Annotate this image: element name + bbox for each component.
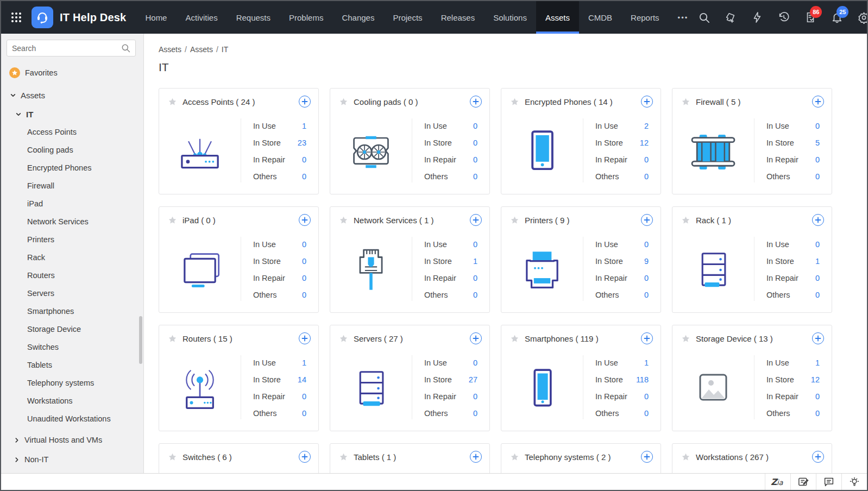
nav-item-solutions[interactable]: Solutions — [484, 1, 536, 34]
sidebar-item-servers[interactable]: Servers — [1, 285, 143, 303]
sidebar-item-switches[interactable]: Switches — [1, 338, 143, 356]
asset-card-title[interactable]: Encrypted Phones ( 14 ) — [525, 97, 613, 106]
asset-card-title[interactable]: Smartphones ( 119 ) — [525, 334, 599, 343]
stat-value[interactable]: 1 — [302, 358, 306, 367]
stat-value[interactable]: 12 — [811, 375, 820, 384]
favorite-star-icon[interactable] — [681, 452, 690, 462]
stat-value[interactable]: 0 — [815, 172, 820, 181]
stat-value[interactable]: 0 — [302, 172, 306, 181]
search-input[interactable] — [12, 44, 121, 53]
stat-value[interactable]: 0 — [302, 291, 306, 299]
asset-card-title[interactable]: Switches ( 6 ) — [183, 452, 232, 462]
asset-card-title[interactable]: Tablets ( 1 ) — [354, 452, 396, 462]
stat-value[interactable]: 0 — [473, 409, 477, 418]
sidebar-item-unaudited-workstations[interactable]: Unaudited Workstations — [1, 410, 143, 428]
stat-value[interactable]: 1 — [815, 358, 820, 367]
stat-value[interactable]: 0 — [473, 122, 477, 130]
sidebar-item-printers[interactable]: Printers — [1, 231, 143, 249]
add-asset-button[interactable] — [641, 214, 653, 226]
nav-item-changes[interactable]: Changes — [332, 1, 383, 34]
favorite-star-icon[interactable] — [168, 216, 177, 225]
favorite-star-icon[interactable] — [339, 97, 348, 106]
stat-value[interactable]: 0 — [302, 274, 306, 282]
stat-value[interactable]: 23 — [298, 139, 306, 147]
stat-value[interactable]: 0 — [815, 274, 820, 282]
add-asset-button[interactable] — [641, 451, 653, 463]
stat-value[interactable]: 0 — [815, 392, 820, 401]
stat-value[interactable]: 0 — [815, 122, 820, 130]
add-asset-button[interactable] — [470, 332, 482, 344]
nav-item-releases[interactable]: Releases — [432, 1, 485, 34]
idea-icon[interactable] — [841, 474, 867, 490]
favorite-star-icon[interactable] — [339, 452, 348, 462]
stat-value[interactable]: 0 — [644, 155, 649, 164]
favorite-star-icon[interactable] — [510, 97, 519, 106]
add-asset-button[interactable] — [470, 96, 482, 108]
breadcrumb-assets-1[interactable]: Assets — [190, 45, 213, 54]
stat-value[interactable]: 1 — [473, 257, 477, 266]
stat-value[interactable]: 0 — [644, 291, 649, 299]
asset-card-title[interactable]: Rack ( 1 ) — [696, 216, 731, 225]
stat-value[interactable]: 5 — [815, 139, 820, 147]
zia-icon[interactable]: Zia — [765, 474, 790, 490]
stat-value[interactable]: 0 — [815, 155, 820, 164]
feedback-icon[interactable] — [790, 474, 816, 490]
stat-value[interactable]: 0 — [644, 274, 649, 282]
stat-value[interactable]: 0 — [644, 409, 649, 418]
asset-card-title[interactable]: iPad ( 0 ) — [183, 216, 216, 225]
notifications-icon[interactable]: 25 — [831, 11, 844, 24]
asset-card-title[interactable]: Firewall ( 5 ) — [696, 97, 741, 106]
stat-value[interactable]: 12 — [640, 139, 649, 147]
stat-value[interactable]: 118 — [636, 375, 649, 384]
sidebar-item-ipad[interactable]: iPad — [1, 195, 143, 213]
sidebar-item-tablets[interactable]: Tablets — [1, 356, 143, 374]
add-asset-button[interactable] — [299, 96, 311, 108]
nav-item-projects[interactable]: Projects — [383, 1, 431, 34]
sidebar-item-routers[interactable]: Routers — [1, 267, 143, 285]
settings-icon[interactable] — [857, 11, 868, 24]
sidebar-item-cooling-pads[interactable]: Cooling pads — [1, 141, 143, 159]
sidebar-item-firewall[interactable]: Firewall — [1, 177, 143, 195]
sidebar-item-network-services[interactable]: Network Services — [1, 213, 143, 231]
app-switcher-icon[interactable] — [1, 11, 32, 23]
stat-value[interactable]: 1 — [644, 358, 649, 367]
sidebar-item-workstations[interactable]: Workstations — [1, 392, 143, 410]
sidebar-item-assets-root[interactable]: Assets — [1, 84, 143, 103]
stat-value[interactable]: 2 — [644, 122, 649, 130]
sidebar-item-storage-device[interactable]: Storage Device — [1, 320, 143, 338]
favorite-star-icon[interactable] — [681, 334, 690, 343]
nav-more-icon[interactable]: ••• — [669, 1, 698, 34]
favorite-star-icon[interactable] — [168, 452, 177, 462]
nav-item-reports[interactable]: Reports — [621, 1, 669, 34]
favorite-star-icon[interactable] — [339, 334, 348, 343]
add-asset-button[interactable] — [641, 96, 653, 108]
stat-value[interactable]: 0 — [815, 409, 820, 418]
stat-value[interactable]: 0 — [473, 358, 477, 367]
sidebar-item-virtual-hosts-and-vms[interactable]: Virtual Hosts and VMs — [1, 430, 143, 450]
favorite-star-icon[interactable] — [681, 97, 690, 106]
asset-card-title[interactable]: Network Services ( 1 ) — [354, 216, 434, 225]
favorite-star-icon[interactable] — [168, 334, 177, 343]
stat-value[interactable]: 27 — [469, 375, 477, 384]
sidebar-scrollbar[interactable] — [139, 316, 142, 364]
nav-item-requests[interactable]: Requests — [227, 1, 280, 34]
stat-value[interactable]: 0 — [815, 291, 820, 299]
add-asset-button[interactable] — [812, 332, 824, 344]
stat-value[interactable]: 0 — [302, 409, 306, 418]
sidebar-item-encrypted-phones[interactable]: Encrypted Phones — [1, 159, 143, 177]
history-icon[interactable] — [777, 11, 790, 24]
stat-value[interactable]: 0 — [473, 240, 477, 249]
nav-item-problems[interactable]: Problems — [280, 1, 332, 34]
sidebar-item-non-it[interactable]: Non-IT — [1, 450, 143, 469]
asset-card-title[interactable]: Routers ( 15 ) — [183, 334, 232, 343]
favorite-star-icon[interactable] — [681, 216, 690, 225]
breadcrumb-it-2[interactable]: IT — [222, 45, 228, 54]
stat-value[interactable]: 0 — [473, 392, 477, 401]
chat-icon[interactable] — [816, 474, 841, 490]
stat-value[interactable]: 0 — [302, 155, 306, 164]
stat-value[interactable]: 0 — [473, 172, 477, 181]
add-asset-button[interactable] — [812, 451, 824, 463]
add-asset-button[interactable] — [470, 451, 482, 463]
stat-value[interactable]: 0 — [644, 240, 649, 249]
stat-value[interactable]: 0 — [644, 172, 649, 181]
